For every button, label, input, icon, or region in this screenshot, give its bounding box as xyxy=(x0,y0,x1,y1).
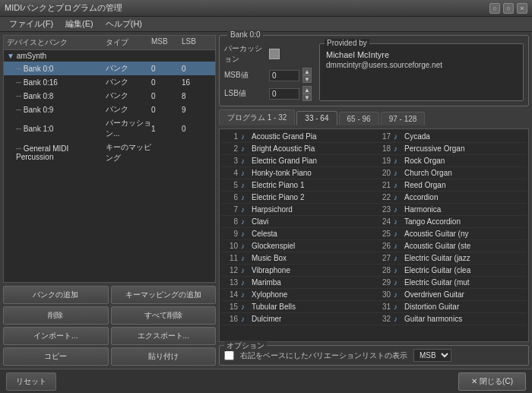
tree-item[interactable]: ─ General MIDI Percussionキーのマッピング xyxy=(4,141,215,165)
tree-item[interactable]: ─ Bank 0:0バンク00 xyxy=(4,62,215,75)
msb-up-button[interactable]: ▲ xyxy=(302,68,312,75)
list-item[interactable]: 17♪Cycada xyxy=(374,131,527,143)
tree-items: ▼ amSynth─ Bank 0:0バンク00─ Bank 0:16バンク01… xyxy=(4,50,215,165)
list-item[interactable]: 18♪Percussive Organ xyxy=(374,143,527,155)
tree-item-msb: 1 xyxy=(151,125,182,133)
list-item[interactable]: 22♪Accordion xyxy=(374,192,527,204)
prog-icon: ♪ xyxy=(241,290,249,299)
tree-item-label: ─ General MIDI Percussion xyxy=(7,144,106,161)
close-dialog-button[interactable]: ✕ 閉じる(C) xyxy=(458,372,526,391)
tab-33-64[interactable]: 33 - 64 xyxy=(296,111,337,125)
copy-button[interactable]: コピー xyxy=(3,347,109,366)
list-item[interactable]: 7♪Harpsichord xyxy=(221,204,374,216)
bottom-buttons: バンクの追加 キーマッピングの追加 削除 すべて削除 インポート... エクスポ… xyxy=(3,286,216,366)
list-item[interactable]: 10♪Glockenspiel xyxy=(221,240,374,252)
prog-name: Electric Piano 2 xyxy=(252,193,371,201)
tree-item-type: バンク xyxy=(106,63,151,74)
list-item[interactable]: 15♪Tubular Bells xyxy=(221,301,374,313)
list-item[interactable]: 25♪Acoustic Guitar (ny xyxy=(374,228,527,240)
add-keymap-button[interactable]: キーマッピングの追加 xyxy=(111,286,217,304)
list-item[interactable]: 30♪Overdriven Guitar xyxy=(374,289,527,301)
main-content: デバイスとバンク タイプ MSB LSB ▼ amSynth─ Bank 0:0… xyxy=(0,32,532,369)
prog-name: Accordion xyxy=(404,193,524,201)
delete-button[interactable]: 削除 xyxy=(3,306,109,325)
prog-name: Electric Guitar (clea xyxy=(404,266,524,274)
close-window-button[interactable]: × xyxy=(517,3,527,14)
list-item[interactable]: 29♪Electric Guitar (mut xyxy=(374,277,527,289)
tree-panel[interactable]: デバイスとバンク タイプ MSB LSB ▼ amSynth─ Bank 0:0… xyxy=(3,35,216,283)
programs-grid-container[interactable]: 1♪Acoustic Grand Pia17♪Cycada2♪Bright Ac… xyxy=(219,128,529,342)
list-item[interactable]: 5♪Electric Piano 1 xyxy=(221,179,374,192)
list-item[interactable]: 20♪Church Organ xyxy=(374,167,527,179)
prog-num: 9 xyxy=(224,230,238,238)
reset-button[interactable]: リセット xyxy=(6,372,56,391)
tree-item[interactable]: ▼ amSynth xyxy=(4,50,215,62)
maximize-button[interactable]: ○ xyxy=(503,3,514,14)
tree-item-lsb: 8 xyxy=(182,92,212,100)
options-select[interactable]: MSB LSB xyxy=(413,349,451,362)
prog-name: Electric Grand Pian xyxy=(252,157,371,165)
list-item[interactable]: 31♪Distortion Guitar xyxy=(374,301,527,313)
list-item[interactable]: 16♪Dulcimer xyxy=(221,313,374,325)
list-item[interactable]: 4♪Honky-tonk Piano xyxy=(221,167,374,179)
tree-item-type: バンク xyxy=(106,77,151,87)
tree-item[interactable]: ─ Bank 1:0パーカッション...10 xyxy=(4,116,215,141)
prog-icon: ♪ xyxy=(394,157,401,165)
tree-item-lsb: 0 xyxy=(182,65,212,73)
delete-all-button[interactable]: すべて削除 xyxy=(111,306,217,325)
list-item[interactable]: 19♪Rock Organ xyxy=(374,155,527,167)
list-item[interactable]: 1♪Acoustic Grand Pia xyxy=(221,131,374,143)
prog-name: Bright Acoustic Pia xyxy=(252,144,371,153)
options-checkbox[interactable] xyxy=(224,350,234,360)
list-item[interactable]: 11♪Music Box xyxy=(221,252,374,265)
menu-edit[interactable]: 編集(E) xyxy=(59,17,100,31)
tree-item[interactable]: ─ Bank 0:16バンク016 xyxy=(4,75,215,89)
list-item[interactable]: 26♪Acoustic Guitar (ste xyxy=(374,240,527,252)
prog-num: 22 xyxy=(377,193,391,201)
tab-65-96[interactable]: 65 - 96 xyxy=(339,112,379,125)
menu-file[interactable]: ファイル(F) xyxy=(3,17,59,31)
list-item[interactable]: 32♪Guitar harmonics xyxy=(374,313,527,325)
tree-item-label: ─ Bank 0:9 xyxy=(7,106,106,114)
tab-97-128[interactable]: 97 - 128 xyxy=(381,112,426,125)
lsb-down-button[interactable]: ▼ xyxy=(302,93,312,101)
prog-num: 24 xyxy=(377,217,391,226)
list-item[interactable]: 6♪Electric Piano 2 xyxy=(221,192,374,204)
list-item[interactable]: 14♪Xylophone xyxy=(221,289,374,301)
list-item[interactable]: 12♪Vibraphone xyxy=(221,265,374,277)
tab-1-32[interactable]: プログラム 1 - 32 xyxy=(219,109,295,125)
export-button[interactable]: エクスポート... xyxy=(111,327,217,345)
list-item[interactable]: 27♪Electric Guitar (jazz xyxy=(374,252,527,265)
col-msb: MSB xyxy=(151,37,182,48)
add-bank-button[interactable]: バンクの追加 xyxy=(3,286,109,304)
tree-item[interactable]: ─ Bank 0:9バンク09 xyxy=(4,103,215,116)
tree-item-type: バンク xyxy=(106,90,151,101)
list-item[interactable]: 8♪Clavi xyxy=(221,216,374,228)
prog-num: 23 xyxy=(377,205,391,214)
import-button[interactable]: インポート... xyxy=(3,327,109,345)
list-item[interactable]: 28♪Electric Guitar (clea xyxy=(374,265,527,277)
prog-icon: ♪ xyxy=(241,181,249,189)
list-item[interactable]: 2♪Bright Acoustic Pia xyxy=(221,143,374,155)
prog-name: Tango Accordion xyxy=(404,217,524,226)
msb-down-button[interactable]: ▼ xyxy=(302,75,312,83)
msb-input[interactable] xyxy=(269,70,299,81)
menu-bar: ファイル(F) 編集(E) ヘルプ(H) xyxy=(0,17,532,32)
msb-row: MSB値 ▲ ▼ xyxy=(224,68,312,83)
list-item[interactable]: 9♪Celesta xyxy=(221,228,374,240)
prog-icon: ♪ xyxy=(394,278,401,287)
minimize-button[interactable]: ○ xyxy=(489,3,500,14)
prog-name: Overdriven Guitar xyxy=(404,290,524,299)
list-item[interactable]: 24♪Tango Accordion xyxy=(374,216,527,228)
list-item[interactable]: 13♪Marimba xyxy=(221,277,374,289)
lsb-up-button[interactable]: ▲ xyxy=(302,86,312,93)
tree-item[interactable]: ─ Bank 0:8バンク08 xyxy=(4,89,215,103)
menu-help[interactable]: ヘルプ(H) xyxy=(100,17,148,31)
list-item[interactable]: 3♪Electric Grand Pian xyxy=(221,155,374,167)
bank-fields: パーカッション MSB値 ▲ ▼ LSB値 xyxy=(224,43,312,101)
lsb-input[interactable] xyxy=(269,88,299,100)
paste-button[interactable]: 貼り付け xyxy=(111,347,217,366)
list-item[interactable]: 21♪Reed Organ xyxy=(374,179,527,192)
prog-num: 1 xyxy=(224,132,238,141)
list-item[interactable]: 23♪Harmonica xyxy=(374,204,527,216)
